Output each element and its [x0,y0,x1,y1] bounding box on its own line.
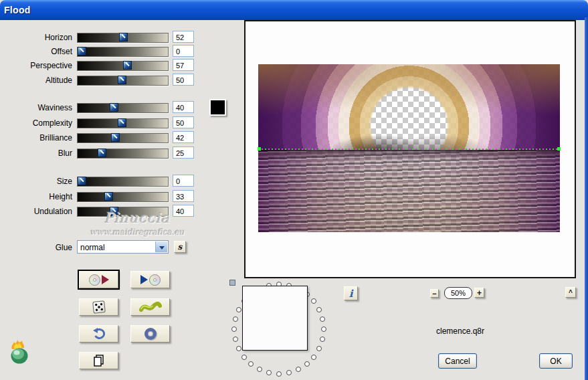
slider-blur[interactable] [77,149,169,159]
glue-select[interactable]: normal [77,240,169,254]
slider-size[interactable] [77,177,169,187]
pear-flame-icon [8,339,33,367]
slider-label-waviness: Waviness [0,103,72,112]
memory-dot[interactable] [321,326,326,332]
chevron-down-icon[interactable] [155,242,167,252]
memory-dot[interactable] [320,316,325,322]
memory-thumbnail[interactable] [242,286,308,351]
caret-button[interactable]: ^ [565,287,576,298]
memory-dot[interactable] [296,367,301,372]
memory-dot[interactable] [266,370,272,375]
memory-dot[interactable] [236,307,241,312]
zoom-in-button[interactable]: + [474,288,484,298]
copy-page-icon [92,354,106,367]
slider-offset[interactable] [77,47,169,57]
undo-arrow-icon [92,327,106,341]
ok-button[interactable]: OK [539,353,573,369]
slider-thumb-complexity[interactable] [118,118,126,127]
slider-row-altitude: Altitude [0,75,201,86]
slider-thumb-altitude[interactable] [118,76,126,84]
slider-perspective[interactable] [77,61,169,71]
memory-dot[interactable] [304,361,310,367]
memory-dot[interactable] [257,367,262,372]
slider-label-altitude: Altitude [0,76,72,85]
slider-value-size[interactable] [173,175,194,187]
save-preset-button[interactable] [79,271,118,288]
slider-thumb-blur[interactable] [98,149,106,157]
slider-brilliance[interactable] [77,133,169,143]
slider-value-complexity[interactable] [173,116,194,128]
slider-label-brilliance: Brilliance [0,133,72,142]
slider-label-perspective: Perspective [0,61,72,70]
slider-thumb-waviness[interactable] [110,103,118,112]
zoom-level-display: 50% [444,287,472,299]
slider-altitude[interactable] [77,76,169,86]
wave-button[interactable] [130,298,170,316]
memory-dot[interactable] [241,355,247,360]
copy-button[interactable] [79,352,118,369]
horizon-marker[interactable] [258,149,560,150]
slider-height[interactable] [77,192,169,202]
slider-value-offset[interactable] [173,45,194,57]
slider-row-perspective: Perspective [0,60,201,72]
slider-thumb-height[interactable] [104,192,113,201]
memory-dot[interactable] [311,298,316,304]
watermark-name: Pinuccia [80,210,194,226]
slider-value-perspective[interactable] [173,59,194,71]
flood-dialog: Flood Horizon Offset Perspective Altitud… [0,0,588,380]
memory-dot[interactable] [320,337,325,342]
slider-thumb-offset[interactable] [78,47,86,56]
slider-row-waviness: Waviness [0,102,201,114]
slider-thumb-brilliance[interactable] [111,133,120,142]
slider-label-size: Size [0,177,72,186]
slider-label-blur: Blur [0,149,72,158]
flaming-pear-logo[interactable] [8,339,33,367]
memory-dot[interactable] [316,346,322,351]
preset-name: clemence.q8r [436,326,484,336]
window-title: Flood [0,5,31,15]
zoom-out-button[interactable]: − [430,289,439,298]
randomize-button[interactable] [79,298,118,316]
memory-dot[interactable] [286,370,292,375]
preview-image-water [258,150,560,232]
slider-value-blur[interactable] [173,147,194,159]
memory-dot[interactable] [233,316,238,322]
memory-dot[interactable] [276,371,282,377]
slider-horizon[interactable] [77,33,169,43]
undo-button[interactable] [79,325,118,343]
slider-thumb-horizon[interactable] [119,33,128,41]
dice-icon [92,300,106,314]
preview-image-arcs [258,64,560,150]
memory-dot[interactable] [248,361,254,367]
memory-dot[interactable] [316,307,322,312]
slider-row-complexity: Complexity [0,118,201,129]
memory-dot[interactable] [231,326,237,332]
slider-thumb-perspective[interactable] [123,61,132,70]
color-swatch[interactable] [209,99,226,116]
slider-complexity[interactable] [77,118,169,128]
titlebar: Flood [0,0,588,20]
memory-dots-handle[interactable] [229,280,235,286]
slider-thumb-size[interactable] [78,177,86,185]
slider-waviness[interactable] [77,103,169,113]
slider-value-altitude[interactable] [173,74,194,86]
memory-dot[interactable] [233,337,238,342]
load-preset-button[interactable] [130,271,170,288]
glue-shuffle-button[interactable]: s [174,241,186,253]
slider-value-waviness[interactable] [173,101,194,113]
info-button[interactable]: i [344,286,358,300]
memory-dot[interactable] [236,346,241,351]
preview-panel [244,20,576,278]
window-right-border [585,17,588,380]
blue-play-icon [140,275,148,284]
slider-value-brilliance[interactable] [173,131,194,143]
preview-image[interactable] [258,64,560,232]
slider-value-horizon[interactable] [173,31,194,43]
slider-value-height[interactable] [173,190,194,202]
slider-label-height: Height [0,192,72,201]
slider-row-horizon: Horizon [0,32,201,43]
memory-dot[interactable] [311,355,316,360]
ring-button[interactable] [130,325,170,343]
cancel-button[interactable]: Cancel [438,353,477,369]
slider-row-offset: Offset [0,46,201,58]
